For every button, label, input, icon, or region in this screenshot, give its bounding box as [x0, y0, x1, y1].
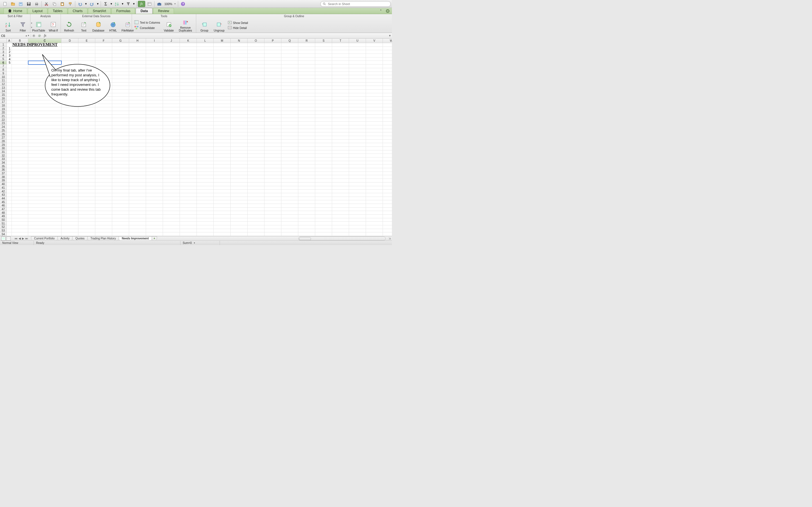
cell-V26[interactable]	[366, 132, 383, 136]
cell-K21[interactable]	[180, 115, 197, 118]
cell-R51[interactable]	[298, 222, 315, 225]
cell-I41[interactable]	[146, 186, 163, 190]
cell-U44[interactable]	[349, 197, 366, 201]
cell-M43[interactable]	[214, 193, 231, 197]
cell-F32[interactable]	[95, 154, 112, 158]
sort-button[interactable]: AZ Sort	[2, 18, 14, 32]
cell-M22[interactable]	[214, 118, 231, 122]
cell-A33[interactable]	[7, 158, 12, 161]
cell-W36[interactable]	[383, 168, 392, 172]
fx-icon[interactable]: fx	[138, 1, 145, 7]
cell-W35[interactable]	[383, 165, 392, 168]
cell-V39[interactable]	[366, 179, 383, 182]
cell-S39[interactable]	[315, 179, 332, 182]
cell-V43[interactable]	[366, 193, 383, 197]
cell-B39[interactable]	[12, 179, 28, 182]
cell-U28[interactable]	[349, 140, 366, 144]
cell-C21[interactable]	[28, 115, 61, 118]
col-header-V[interactable]: V	[366, 39, 383, 43]
cell-T20[interactable]	[332, 111, 349, 115]
cell-A13[interactable]	[7, 86, 12, 90]
cell-B18[interactable]	[12, 104, 28, 108]
row-header-53[interactable]: 53	[0, 229, 7, 233]
cell-F53[interactable]	[95, 229, 112, 233]
cell-W30[interactable]	[383, 147, 392, 151]
cell-W23[interactable]	[383, 122, 392, 125]
cell-S27[interactable]	[315, 136, 332, 140]
cell-M40[interactable]	[214, 182, 231, 186]
cell-U6[interactable]	[349, 61, 366, 64]
cell-C20[interactable]	[28, 111, 61, 115]
cell-W5[interactable]	[383, 57, 392, 61]
show-detail-button[interactable]: + Show Detail	[228, 20, 248, 25]
cell-H47[interactable]	[129, 208, 146, 211]
cell-J36[interactable]	[163, 168, 180, 172]
cell-P46[interactable]	[264, 204, 282, 208]
sort-dropdown-icon[interactable]: ▾	[121, 1, 124, 7]
cell-N49[interactable]	[231, 215, 248, 218]
cell-K4[interactable]	[180, 54, 197, 57]
cell-Q24[interactable]	[282, 125, 298, 129]
cell-C54[interactable]	[28, 232, 61, 236]
cell-S10[interactable]	[315, 75, 332, 79]
row-header-29[interactable]: 29	[0, 143, 7, 147]
cell-G51[interactable]	[112, 222, 129, 225]
cell-B10[interactable]	[12, 75, 28, 79]
cell-M2[interactable]	[214, 47, 231, 50]
cell-D34[interactable]	[61, 161, 79, 165]
cell-U51[interactable]	[349, 222, 366, 225]
cell-K28[interactable]	[180, 140, 197, 144]
cell-C40[interactable]	[28, 182, 61, 186]
cell-S24[interactable]	[315, 125, 332, 129]
cell-U48[interactable]	[349, 211, 366, 215]
cell-T9[interactable]	[332, 72, 349, 75]
row-header-18[interactable]: 18	[0, 104, 7, 108]
cell-Q11[interactable]	[282, 79, 298, 82]
cell-O25[interactable]	[248, 129, 264, 133]
cell-B36[interactable]	[12, 168, 28, 172]
cell-R29[interactable]	[298, 143, 315, 147]
cell-D39[interactable]	[61, 179, 79, 182]
cell-J37[interactable]	[163, 172, 180, 175]
cell-V38[interactable]	[366, 175, 383, 179]
cell-S4[interactable]	[315, 54, 332, 57]
cell-G34[interactable]	[112, 161, 129, 165]
cell-A5[interactable]: 4	[7, 57, 12, 61]
cell-N21[interactable]	[231, 115, 248, 118]
cell-H45[interactable]	[129, 200, 146, 204]
cell-C25[interactable]	[28, 129, 61, 133]
tab-review[interactable]: Review	[153, 8, 174, 14]
cell-O26[interactable]	[248, 132, 264, 136]
cell-B12[interactable]	[12, 82, 28, 86]
cell-R38[interactable]	[298, 175, 315, 179]
cell-N37[interactable]	[231, 172, 248, 175]
cell-P7[interactable]	[264, 64, 282, 68]
cell-Q30[interactable]	[282, 147, 298, 151]
cell-F24[interactable]	[95, 125, 112, 129]
cell-T14[interactable]	[332, 90, 349, 93]
cell-Q36[interactable]	[282, 168, 298, 172]
cell-O49[interactable]	[248, 215, 264, 218]
cell-S43[interactable]	[315, 193, 332, 197]
cell-V18[interactable]	[366, 104, 383, 108]
cell-E30[interactable]	[79, 147, 95, 151]
cell-O48[interactable]	[248, 211, 264, 215]
cell-R7[interactable]	[298, 64, 315, 68]
col-header-R[interactable]: R	[298, 39, 315, 43]
cell-M33[interactable]	[214, 158, 231, 161]
cell-N51[interactable]	[231, 222, 248, 225]
cell-G6[interactable]	[112, 61, 129, 64]
cell-L41[interactable]	[197, 186, 214, 190]
cell-T40[interactable]	[332, 182, 349, 186]
col-header-J[interactable]: J	[163, 39, 180, 43]
cell-J21[interactable]	[163, 115, 180, 118]
cell-W11[interactable]	[383, 79, 392, 82]
cell-Q19[interactable]	[282, 107, 298, 111]
cell-R27[interactable]	[298, 136, 315, 140]
cell-U22[interactable]	[349, 118, 366, 122]
cell-O6[interactable]	[248, 61, 264, 64]
cell-D31[interactable]	[61, 151, 79, 154]
cell-G44[interactable]	[112, 197, 129, 201]
cell-C41[interactable]	[28, 186, 61, 190]
cell-N18[interactable]	[231, 104, 248, 108]
